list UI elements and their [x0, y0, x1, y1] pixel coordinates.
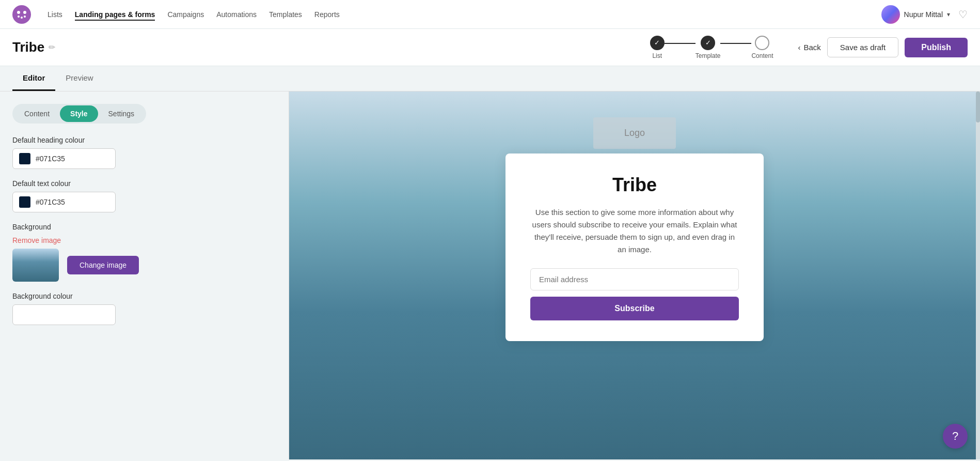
scrollbar-thumb[interactable] — [976, 91, 980, 122]
heading-colour-field[interactable]: #071C35 — [12, 148, 116, 169]
toggle-settings[interactable]: Settings — [98, 105, 145, 122]
bg-thumbnail — [12, 249, 59, 282]
email-input[interactable] — [530, 268, 739, 290]
bg-colour-label: Background colour — [12, 292, 276, 300]
top-nav: Lists Landing pages & forms Campaigns Au… — [0, 0, 980, 29]
question-mark-icon: ? — [952, 429, 958, 443]
text-colour-value: #071C35 — [36, 198, 65, 206]
step-list-circle: ✓ — [650, 36, 665, 50]
nav-reports[interactable]: Reports — [314, 8, 340, 21]
step-content: Content — [751, 36, 773, 59]
heart-icon[interactable]: ♡ — [958, 8, 968, 21]
nav-lists[interactable]: Lists — [48, 8, 62, 21]
heading-colour-label: Default heading colour — [12, 136, 276, 144]
text-colour-swatch — [19, 196, 30, 208]
chevron-down-icon: ▾ — [947, 11, 950, 18]
panel-toggle-group: Content Style Settings — [12, 104, 146, 124]
toggle-style[interactable]: Style — [60, 105, 98, 122]
nav-landing-pages[interactable]: Landing pages & forms — [75, 8, 155, 21]
toggle-content[interactable]: Content — [14, 105, 60, 122]
heading-colour-swatch — [19, 153, 30, 164]
card-description: Use this section to give some more infor… — [530, 206, 739, 256]
step-content-circle — [755, 36, 769, 50]
avatar — [881, 5, 900, 24]
page-title: Tribe — [12, 39, 44, 55]
sub-header: Tribe ✏ ✓ List ✓ Template Content ‹ Back… — [0, 29, 980, 66]
tab-preview[interactable]: Preview — [55, 66, 103, 91]
app-logo[interactable] — [12, 5, 31, 24]
svg-point-1 — [17, 11, 20, 14]
svg-point-5 — [24, 16, 26, 18]
svg-point-0 — [12, 5, 31, 24]
back-button[interactable]: ‹ Back — [798, 43, 820, 52]
subscribe-button[interactable]: Subscribe — [530, 297, 739, 320]
nav-templates[interactable]: Templates — [269, 8, 302, 21]
background-label: Background — [12, 223, 276, 231]
step-template-circle: ✓ — [701, 36, 715, 50]
scrollbar-track[interactable] — [976, 91, 980, 459]
page-title-wrap: Tribe ✏ — [12, 39, 55, 55]
logo-placeholder: Logo — [593, 117, 676, 149]
back-label: Back — [803, 43, 820, 52]
svg-point-4 — [21, 17, 23, 19]
step-line-1 — [665, 43, 696, 44]
save-draft-button[interactable]: Save as draft — [827, 37, 898, 57]
step-line-2 — [720, 43, 751, 44]
edit-icon[interactable]: ✏ — [49, 42, 55, 52]
left-panel: Content Style Settings Default heading c… — [0, 91, 289, 459]
nav-right: Nupur Mittal ▾ ♡ — [881, 5, 968, 24]
heading-colour-value: #071C35 — [36, 155, 65, 163]
step-template-label: Template — [696, 52, 721, 59]
nav-automations[interactable]: Automations — [216, 8, 257, 21]
text-colour-label: Default text colour — [12, 179, 276, 188]
svg-point-3 — [18, 16, 20, 18]
card-title: Tribe — [530, 174, 739, 196]
step-list: ✓ List — [650, 36, 665, 59]
nav-links: Lists Landing pages & forms Campaigns Au… — [48, 8, 865, 21]
stepper: ✓ List ✓ Template Content — [650, 36, 773, 59]
main-content: Content Style Settings Default heading c… — [0, 91, 980, 459]
tab-editor[interactable]: Editor — [12, 66, 55, 91]
publish-button[interactable]: Publish — [905, 38, 968, 57]
help-button[interactable]: ? — [943, 424, 968, 449]
step-content-label: Content — [751, 52, 773, 59]
action-buttons: ‹ Back Save as draft Publish — [798, 37, 968, 57]
nav-campaigns[interactable]: Campaigns — [167, 8, 204, 21]
change-image-button[interactable]: Change image — [67, 256, 139, 274]
editor-tabs: Editor Preview — [0, 66, 980, 91]
step-template: ✓ Template — [696, 36, 721, 59]
user-menu[interactable]: Nupur Mittal ▾ — [881, 5, 950, 24]
subscribe-card: Tribe Use this section to give some more… — [505, 153, 764, 341]
chevron-left-icon: ‹ — [798, 43, 800, 52]
preview-background: Logo Tribe Use this section to give some… — [289, 91, 980, 459]
bg-image-row: Change image — [12, 249, 276, 282]
bg-colour-field[interactable] — [12, 304, 116, 325]
svg-point-2 — [23, 11, 26, 14]
user-name: Nupur Mittal — [904, 10, 943, 19]
right-preview: Logo Tribe Use this section to give some… — [289, 91, 980, 459]
step-list-label: List — [652, 52, 662, 59]
text-colour-field[interactable]: #071C35 — [12, 192, 116, 212]
remove-image-link[interactable]: Remove image — [12, 236, 276, 244]
